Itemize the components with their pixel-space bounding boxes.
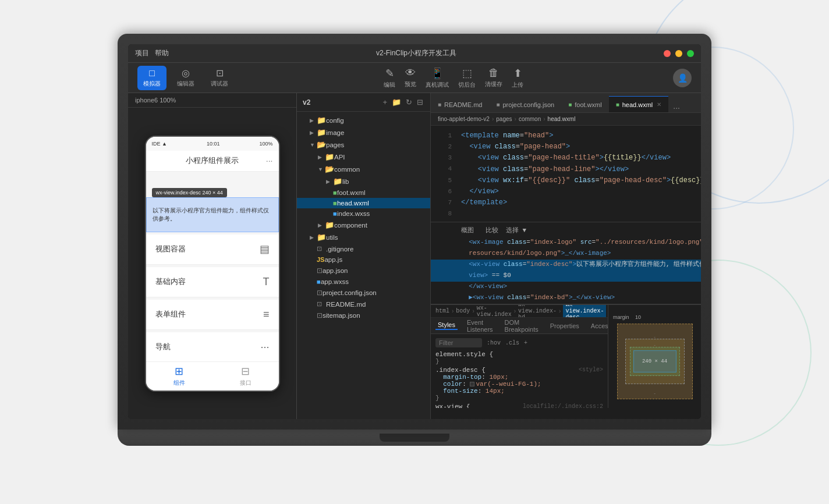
tree-item-common[interactable]: ▼ 📂 common bbox=[297, 163, 430, 175]
tree-item-component[interactable]: ▶ 📁 component bbox=[297, 219, 430, 231]
filter-hint-hov[interactable]: :hov bbox=[487, 340, 501, 346]
accessibility-tab[interactable]: Accessibility bbox=[589, 322, 608, 329]
editor-button[interactable]: ◎ 编辑器 bbox=[171, 65, 200, 90]
battery-display: 100% bbox=[259, 141, 272, 147]
breadcrumb: fino-applet-demo-v2 › pages › common › h… bbox=[431, 113, 701, 126]
menu-item-project[interactable]: 项目 bbox=[135, 48, 149, 58]
new-folder-button[interactable]: 📁 bbox=[391, 97, 402, 108]
breadcrumb-body[interactable]: body bbox=[456, 308, 470, 314]
simulator-button[interactable]: □ 模拟器 bbox=[137, 66, 166, 90]
upload-label: 上传 bbox=[512, 81, 523, 89]
tree-item-lib[interactable]: ▶ 📁 lib bbox=[297, 175, 430, 187]
tree-item-app-wxss[interactable]: ■ app.wxss bbox=[297, 276, 430, 287]
event-listeners-tab[interactable]: Event Listeners bbox=[465, 319, 495, 333]
filter-hint-plus[interactable]: + bbox=[524, 340, 527, 346]
folder-icon: 📁 bbox=[317, 128, 326, 137]
folder-icon: 📂 bbox=[317, 140, 326, 149]
tree-item-config[interactable]: ▶ 📁 config bbox=[297, 114, 430, 126]
maximize-button[interactable] bbox=[687, 50, 694, 57]
clear-cache-action[interactable]: 🗑 清缓存 bbox=[485, 67, 502, 88]
phone-tab-component[interactable]: ⊞ 组件 bbox=[146, 365, 212, 387]
foot-dot: ■ bbox=[568, 101, 572, 108]
json-icon: ⊡ bbox=[317, 311, 323, 320]
close-button[interactable] bbox=[664, 50, 671, 57]
tab-readme[interactable]: ■ README.md bbox=[431, 96, 489, 112]
chevron-icon: ▶ bbox=[326, 179, 333, 184]
api-tab-icon: ⊟ bbox=[241, 365, 250, 378]
list-item-3[interactable]: 导航 ··· bbox=[146, 332, 279, 361]
folder-icon: 📁 bbox=[317, 116, 326, 125]
breadcrumb-wx-index[interactable]: wx-view.index bbox=[477, 305, 512, 318]
new-file-button[interactable]: + bbox=[381, 97, 388, 108]
dom-breakpoints-tab[interactable]: DOM Breakpoints bbox=[502, 319, 541, 333]
tree-item-sitemap[interactable]: ⊡ sitemap.json bbox=[297, 310, 430, 321]
tree-item-image[interactable]: ▶ 📁 image bbox=[297, 126, 430, 139]
refresh-button[interactable]: ↻ bbox=[405, 97, 413, 108]
filter-input[interactable] bbox=[435, 338, 482, 347]
js-icon: JS bbox=[317, 256, 324, 263]
menu-item-help[interactable]: 帮助 bbox=[155, 48, 169, 58]
tab-foot-wxml[interactable]: ■ foot.wxml bbox=[561, 96, 609, 112]
breadcrumb-wx-hd[interactable]: wx-view.index-hd bbox=[518, 305, 557, 318]
tree-item-readme[interactable]: ⊡ README.md bbox=[297, 299, 430, 310]
tab-close-icon[interactable]: ✕ bbox=[657, 101, 661, 108]
tree-item-head-wxml[interactable]: ■ head.wxml bbox=[297, 198, 430, 208]
phone-tab-api[interactable]: ⊟ 接口 bbox=[212, 365, 279, 387]
tree-item-utils[interactable]: ▶ 📁 utils bbox=[297, 231, 430, 243]
devtools-style-tabs: Styles Event Listeners DOM Breakpoints P… bbox=[431, 318, 608, 334]
tabs-more-icon[interactable]: ··· bbox=[668, 103, 685, 112]
background-icon: ⬚ bbox=[462, 67, 472, 80]
phone-nav-dots[interactable]: ··· bbox=[266, 156, 273, 165]
tab-label-config: project.config.json bbox=[503, 101, 555, 108]
simulator-screen-wrap: IDE ▲ 10:01 100% 小程序组件展示 ··· bbox=[128, 108, 296, 419]
config-dot: ■ bbox=[496, 101, 499, 108]
minimize-button[interactable] bbox=[675, 50, 682, 57]
main-area: iphone6 100% IDE ▲ bbox=[128, 93, 701, 419]
filter-hint-cls[interactable]: .cls bbox=[505, 340, 519, 346]
debugger-button[interactable]: ⊡ 调试器 bbox=[205, 65, 234, 90]
breadcrumb-wx-desc[interactable]: wx-view.index-desc bbox=[563, 305, 606, 318]
user-avatar[interactable]: 👤 bbox=[673, 69, 692, 87]
tree-item-app-js[interactable]: JS app.js bbox=[297, 254, 430, 265]
val-fontsize: 14px; bbox=[486, 388, 505, 395]
prop-fontsize: font-size bbox=[443, 388, 477, 395]
style-source-3[interactable]: localfile:/.index.css:2 bbox=[523, 403, 603, 408]
properties-tab[interactable]: Properties bbox=[548, 322, 582, 329]
tree-item-api[interactable]: ▶ 📁 API bbox=[297, 151, 430, 163]
tab-project-config[interactable]: ■ project.config.json bbox=[489, 96, 561, 112]
item-label: component bbox=[334, 222, 367, 229]
list-item-label-2: 表单组件 bbox=[155, 309, 186, 320]
laptop: 项目 帮助 v2-FinClip小程序开发工具 □ bbox=[118, 34, 711, 470]
component-tab-label: 组件 bbox=[173, 379, 185, 387]
tree-item-foot-wxml[interactable]: ■ foot.wxml bbox=[297, 187, 430, 198]
background-action[interactable]: ⬚ 切后台 bbox=[458, 67, 476, 89]
tree-item-pages[interactable]: ▼ 📂 pages bbox=[297, 139, 430, 151]
main-toolbar: □ 模拟器 ◎ 编辑器 ⊡ 调试器 bbox=[128, 63, 701, 93]
edit-action[interactable]: ✎ 编辑 bbox=[384, 67, 395, 89]
bottom-code-area[interactable]: 0 概图 比较 选择 ▼ 1 <wx-image class="index-lo… bbox=[431, 222, 701, 304]
chevron-icon: ▶ bbox=[310, 118, 317, 123]
tree-item-gitignore[interactable]: ⊡ .gitignore bbox=[297, 243, 430, 254]
preview-icon: 👁 bbox=[405, 67, 416, 79]
debugger-icon: ⊡ bbox=[216, 68, 224, 79]
simulator-header: iphone6 100% bbox=[128, 93, 296, 108]
upload-action[interactable]: ⬆ 上传 bbox=[512, 67, 523, 89]
collapse-button[interactable]: ⊟ bbox=[416, 97, 424, 108]
list-item-1[interactable]: 基础内容 T bbox=[146, 267, 279, 297]
code-editor[interactable]: 1 <template name="head"> 2 <view class="… bbox=[431, 126, 701, 222]
preview-action[interactable]: 👁 预览 bbox=[405, 67, 416, 88]
tree-item-project-config[interactable]: ⊡ project.config.json bbox=[297, 287, 430, 299]
tree-item-app-json[interactable]: ⊡ app.json bbox=[297, 265, 430, 276]
styles-tab[interactable]: Styles bbox=[435, 321, 458, 330]
toolbar-left: □ 模拟器 ◎ 编辑器 ⊡ 调试器 bbox=[137, 65, 234, 90]
list-item-0[interactable]: 视图容器 ▤ bbox=[146, 235, 279, 265]
tree-item-index-wxss[interactable]: ■ index.wxss bbox=[297, 208, 430, 219]
breadcrumb-html[interactable]: html bbox=[435, 308, 449, 314]
folder-icon: 📂 bbox=[325, 165, 334, 173]
tab-head-wxml[interactable]: ■ head.wxml ✕ bbox=[609, 96, 669, 112]
bottom-line-1: 1 <wx-image class="index-logo" src="../r… bbox=[431, 237, 701, 249]
edit-label: 编辑 bbox=[384, 81, 395, 89]
list-item-2[interactable]: 表单组件 ≡ bbox=[146, 300, 279, 330]
device-debug-action[interactable]: 📱 真机调试 bbox=[426, 67, 449, 89]
breadcrumb-sep-2: › bbox=[543, 116, 545, 122]
